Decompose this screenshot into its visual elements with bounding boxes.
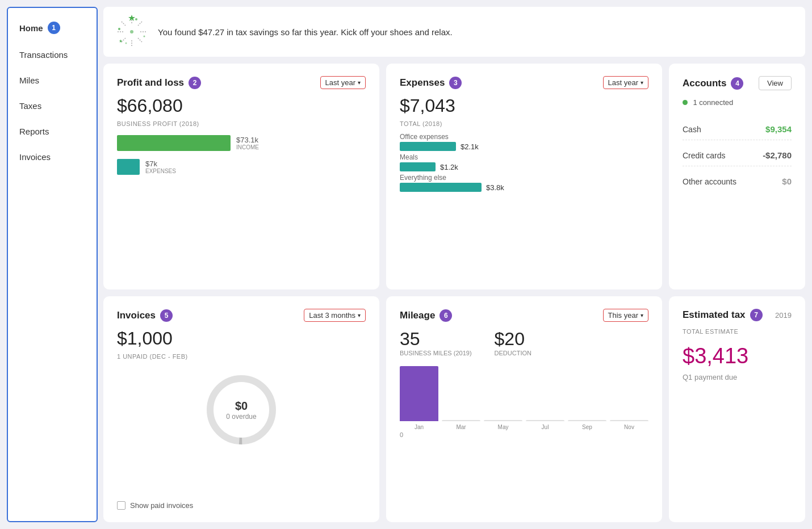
expenses-dropdown[interactable]: Last year ▾ (603, 76, 648, 89)
expenses-header: Expenses 3 Last year ▾ (400, 76, 648, 89)
accounts-connected: 1 connected (683, 97, 792, 107)
bar-col-label: Jan (415, 424, 424, 430)
accounts-card: Accounts 4 View 1 connected Cash $9,354 … (669, 64, 805, 289)
account-row-cash: Cash $9,354 (683, 119, 792, 140)
mileage-card: Mileage 6 This year ▾ 35 BUSINESS MILES … (386, 296, 662, 522)
accounts-title-group: Accounts 4 (683, 77, 743, 90)
bar-fill (442, 420, 480, 421)
bar-column: Jul (526, 420, 564, 430)
expense-name: Everything else (400, 174, 648, 182)
expense-bar-info: $7k EXPENSES (145, 159, 176, 174)
account-row-credit: Credit cards -$2,780 (683, 145, 792, 166)
svg-line-6 (138, 38, 142, 42)
chart-bottom-label: 0 (400, 431, 403, 438)
estimated-tax-card: Estimated tax 7 2019 TOTAL ESTIMATE $3,4… (669, 296, 805, 522)
mileage-bars: Jan Mar May Jul Sep Nov (400, 373, 648, 430)
account-other-name: Other accounts (683, 177, 736, 186)
tax-title: Estimated tax (683, 309, 746, 321)
mileage-badge: 6 (440, 309, 452, 322)
accounts-title: Accounts (683, 78, 726, 89)
bar-col-label: Nov (624, 424, 634, 430)
mileage-dropdown[interactable]: This year ▾ (603, 309, 648, 322)
show-paid-checkbox[interactable] (117, 501, 125, 510)
expense-value: $2.1k (461, 142, 479, 151)
expense-item: Everything else $3.8k (400, 174, 648, 192)
tax-badge: 7 (750, 309, 763, 321)
svg-point-0 (130, 30, 133, 33)
income-bar (117, 135, 231, 151)
sidebar-item-miles[interactable]: Miles (8, 68, 97, 93)
mileage-bar-chart: 36 Jan Mar May Jul Sep Nov 0 (400, 366, 648, 510)
tax-payment-label: Q1 payment due (683, 373, 792, 381)
profit-loss-sublabel: BUSINESS PROFIT (2018) (117, 120, 366, 127)
bar-col-label: Mar (456, 424, 466, 430)
sidebar-item-invoices[interactable]: Invoices (8, 144, 97, 170)
expenses-card: Expenses 3 Last year ▾ $7,043 TOTAL (201… (386, 64, 662, 289)
expense-name: Meals (400, 153, 648, 161)
sidebar-item-home[interactable]: Home 1 (8, 14, 97, 42)
accounts-view-button[interactable]: View (759, 76, 792, 90)
bar-fill (568, 420, 606, 421)
sidebar-item-home-label: Home (19, 23, 43, 33)
tax-value: $3,413 (683, 344, 792, 368)
expense-bar-fill (400, 183, 482, 192)
sidebar-item-taxes[interactable]: Taxes (8, 93, 97, 119)
mileage-title: Mileage (400, 310, 435, 321)
profit-loss-title-group: Profit and loss 2 (117, 77, 201, 89)
tax-year: 2019 (775, 311, 792, 320)
sidebar-item-miles-label: Miles (19, 75, 39, 85)
sidebar-item-taxes-label: Taxes (19, 101, 41, 111)
profit-loss-header: Profit and loss 2 Last year ▾ (117, 76, 366, 89)
bar-col-label: Sep (582, 424, 592, 430)
deduction-value: $20 (495, 329, 531, 350)
invoices-sublabel: 1 UNPAID (Dec - Feb) (117, 353, 366, 360)
bar-fill (610, 420, 648, 421)
mileage-header: Mileage 6 This year ▾ (400, 309, 648, 322)
donut-label: $0 0 overdue (226, 400, 256, 421)
expense-bar-fill (400, 142, 456, 151)
bar-fill (526, 420, 564, 421)
svg-point-13 (135, 18, 137, 20)
bar-column: Jan (400, 366, 438, 430)
invoices-title-group: Invoices 5 (117, 309, 173, 322)
sidebar-item-reports[interactable]: Reports (8, 119, 97, 144)
expense-bar-row: $2.1k (400, 142, 648, 151)
expense-bar-row: $7k EXPENSES (117, 159, 366, 175)
accounts-badge: 4 (731, 77, 743, 90)
invoices-dropdown[interactable]: Last 3 months ▾ (304, 309, 366, 322)
bar-column: Mar (442, 420, 480, 430)
invoices-card: Invoices 5 Last 3 months ▾ $1,000 1 UNPA… (103, 296, 379, 522)
expense-item: Office expenses $2.1k (400, 133, 648, 151)
bar-column: Nov (610, 420, 648, 430)
account-cash-value: $9,354 (765, 124, 792, 134)
deduction-stat: $20 DEDUCTION (495, 329, 531, 356)
account-credit-name: Credit cards (683, 151, 725, 160)
expense-item: Meals $1.2k (400, 153, 648, 171)
top-cards-row: Profit and loss 2 Last year ▾ $66,080 BU… (103, 64, 805, 289)
mileage-stats: 35 BUSINESS MILES (2019) $20 DEDUCTION (400, 329, 648, 356)
invoices-title: Invoices (117, 310, 156, 321)
invoices-badge: 5 (160, 309, 173, 322)
expenses-value: $7,043 (400, 96, 648, 116)
donut-sub: 0 overdue (226, 413, 256, 421)
svg-point-11 (118, 28, 120, 30)
expense-bar-row: $1.2k (400, 162, 648, 171)
profit-loss-card: Profit and loss 2 Last year ▾ $66,080 BU… (103, 64, 379, 289)
mileage-title-group: Mileage 6 (400, 309, 452, 322)
tax-header: Estimated tax 7 2019 (683, 309, 792, 321)
svg-line-8 (122, 38, 125, 42)
invoices-value: $1,000 (117, 329, 366, 349)
invoices-header: Invoices 5 Last 3 months ▾ (117, 309, 366, 322)
expense-bar-fill (400, 162, 436, 171)
expense-bar (117, 159, 140, 175)
svg-line-5 (122, 22, 125, 26)
tax-total-label: TOTAL ESTIMATE (683, 328, 792, 335)
bar-column: May (484, 420, 522, 430)
sidebar: Home 1 Transactions Miles Taxes Reports … (7, 7, 98, 522)
income-bar-info: $73.1k INCOME (236, 136, 259, 150)
expense-value: $1.2k (440, 163, 458, 171)
sidebar-item-transactions[interactable]: Transactions (8, 42, 97, 68)
profit-loss-value: $66,080 (117, 96, 366, 116)
profit-loss-dropdown[interactable]: Last year ▾ (320, 76, 366, 89)
sidebar-item-invoices-label: Invoices (19, 152, 51, 162)
